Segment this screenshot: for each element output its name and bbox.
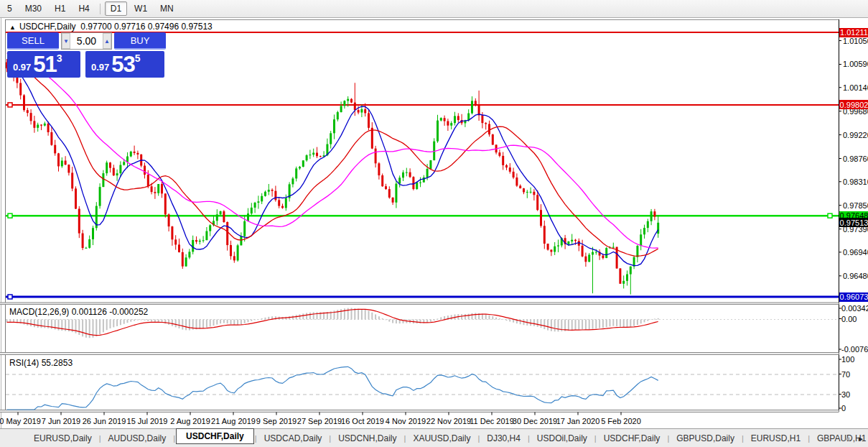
rsi-line xyxy=(7,367,658,410)
tab-separator: | xyxy=(742,434,744,443)
chart-tab-gbpusd-daily-9[interactable]: GBPUSD,Daily xyxy=(670,431,741,446)
tab-scroll-left-icon[interactable]: ◄ xyxy=(844,435,851,443)
buy-price-pips: 53 xyxy=(111,55,134,75)
price-axis-tick: 0.96940 xyxy=(843,248,868,257)
chart-tab-bar: EURUSD,Daily|AUDUSD,Daily|USDCHF,Daily|U… xyxy=(0,428,868,447)
sell-price-pips: 51 xyxy=(33,55,56,75)
tab-separator: | xyxy=(594,434,597,443)
tab-separator: | xyxy=(528,434,530,443)
chart-ohlc-values: 0.97700 0.97716 0.97496 0.97513 xyxy=(80,22,213,32)
date-axis-label: 7 Jun 2019 xyxy=(42,417,80,425)
rsi-axis-tick: 0 xyxy=(841,404,846,413)
chart-tab-usdcnh-daily-4[interactable]: USDCNH,Daily xyxy=(332,431,403,446)
buy-button[interactable]: BUY xyxy=(114,32,166,50)
macd-axis-tick: 0.00 xyxy=(841,315,857,323)
volume-decrement-icon[interactable]: ▼ xyxy=(62,33,70,49)
buy-price-major: 0.97 xyxy=(91,62,109,73)
tab-separator: | xyxy=(173,434,175,443)
rsi-axis-tick: 100 xyxy=(841,355,854,364)
rsi-indicator-label: RSI(14) 55.2853 xyxy=(9,358,73,368)
tab-scroll-nav: ◄► xyxy=(844,429,864,447)
sell-button[interactable]: SELL xyxy=(7,32,59,50)
moving-average-34 xyxy=(7,53,658,248)
date-axis-label: 21 Aug 2019 xyxy=(211,417,256,425)
price-axis-tick: 0.98310 xyxy=(843,178,868,186)
level-price-label: 1.01211 xyxy=(839,28,868,37)
macd-axis-tick: -0.007615 xyxy=(841,345,868,354)
date-axis-label: 4 Nov 2019 xyxy=(386,417,426,425)
price-axis-tick: 0.99220 xyxy=(843,131,868,139)
date-axis-label: 17 Jan 2020 xyxy=(556,417,600,425)
rsi-axis-tick: 70 xyxy=(841,370,850,379)
moving-average-21 xyxy=(7,60,658,257)
chart-tab-audusd-daily-1[interactable]: AUDUSD,Daily xyxy=(102,431,173,446)
chart-marker-icon: ▲ xyxy=(9,24,16,31)
chart-tab-usdchf-daily-8[interactable]: USDCHF,Daily xyxy=(597,431,667,446)
chart-tab-usdcad-daily-3[interactable]: USDCAD,Daily xyxy=(258,431,329,446)
chart-tab-usdchf-daily-2[interactable]: USDCHF,Daily xyxy=(176,428,254,444)
level-price-label: 0.96073 xyxy=(839,292,868,302)
tab-separator: | xyxy=(99,434,101,443)
price-axis-tick: 1.00590 xyxy=(843,60,868,68)
volume-increment-icon[interactable]: ▲ xyxy=(103,33,111,49)
sell-price-major: 0.97 xyxy=(13,62,31,73)
date-axis-label: 27 Sep 2019 xyxy=(297,417,342,425)
macd-axis-tick: 0.003428 xyxy=(841,304,868,313)
chart-tab-eurusd-daily-0[interactable]: EURUSD,Daily xyxy=(27,431,98,446)
price-axis-tick: 1.00140 xyxy=(843,83,868,92)
current-price-label: 0.97513 xyxy=(839,218,868,227)
rsi-axis-tick: 30 xyxy=(841,390,850,399)
tab-separator: | xyxy=(404,434,406,443)
sell-price-display[interactable]: 0.97 51 3 xyxy=(7,51,80,78)
candlestick-series xyxy=(6,54,659,294)
tab-separator: | xyxy=(255,434,257,443)
chart-title: ▲USDCHF,Daily 0.97700 0.97716 0.97496 0.… xyxy=(9,22,213,32)
chart-tab-eurusd-h1-10[interactable]: EURUSD,H1 xyxy=(745,431,807,446)
chart-tab-xauusd-daily-5[interactable]: XAUUSD,Daily xyxy=(406,431,477,446)
tab-separator: | xyxy=(477,434,480,443)
tab-separator: | xyxy=(329,434,331,443)
price-axis-tick: 0.96480 xyxy=(843,272,868,280)
tab-separator: | xyxy=(667,434,669,443)
buy-price-display[interactable]: 0.97 53 5 xyxy=(85,51,164,78)
tab-scroll-right-icon[interactable]: ► xyxy=(857,435,864,443)
date-axis-label: 5 Feb 2020 xyxy=(601,417,641,425)
price-axis-tick: 0.97850 xyxy=(843,201,868,210)
date-axis-label: 16 Oct 2019 xyxy=(341,417,384,425)
date-axis-label: 15 Jul 2019 xyxy=(127,417,168,425)
one-click-trade-panel: SELL ▼ ▲ BUY 0.97 51 3 0.97 53 5 xyxy=(7,32,166,78)
date-axis-label: 30 Dec 2019 xyxy=(513,417,557,425)
date-axis-label: 2 Aug 2019 xyxy=(170,417,210,425)
date-axis-label: 11 Dec 2019 xyxy=(470,417,514,425)
sell-price-point: 3 xyxy=(57,52,62,64)
tab-separator: | xyxy=(808,434,810,443)
moving-average-8 xyxy=(7,66,658,266)
date-axis-label: 20 May 2019 xyxy=(0,417,41,425)
volume-spinner: ▼ ▲ xyxy=(61,32,112,50)
level-price-label: 0.99802 xyxy=(839,100,868,109)
date-axis-label: 9 Sep 2019 xyxy=(256,417,297,425)
chart-tab-dj30-h4-6[interactable]: DJ30,H4 xyxy=(480,431,527,446)
macd-indicator-label: MACD(12,26,9) 0.001126 -0.000252 xyxy=(9,307,148,317)
buy-price-point: 5 xyxy=(135,52,141,64)
price-axis-tick: 1.01050 xyxy=(843,37,868,45)
volume-input[interactable] xyxy=(70,33,103,49)
chart-tab-usdoil-daily-7[interactable]: USDOil,Daily xyxy=(531,431,594,446)
mt4-terminal: { "toolbar": { "timeframes": ["5", "M30"… xyxy=(0,0,868,447)
date-axis-label: 26 Jun 2019 xyxy=(83,417,126,425)
price-axis-tick: 0.98760 xyxy=(843,155,868,163)
date-axis-label: 22 Nov 2019 xyxy=(426,417,471,425)
chart-symbol: USDCHF,Daily xyxy=(19,22,76,32)
